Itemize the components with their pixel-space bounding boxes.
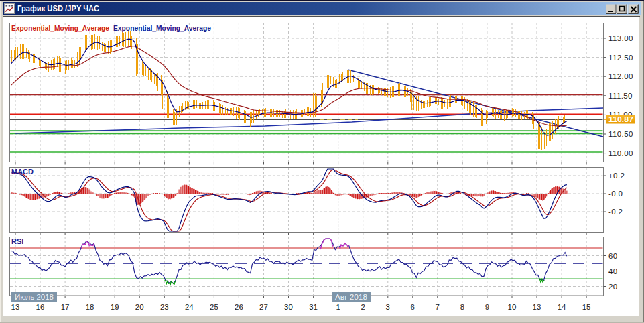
svg-text:15: 15 <box>582 303 591 311</box>
svg-text:16: 16 <box>36 303 45 311</box>
svg-text:6: 6 <box>411 303 415 311</box>
svg-text:3: 3 <box>386 303 390 311</box>
svg-text:14: 14 <box>558 303 566 311</box>
svg-text:26: 26 <box>235 303 243 311</box>
svg-text:-0.0: -0.0 <box>608 190 623 198</box>
svg-text:110.87: 110.87 <box>608 115 633 123</box>
svg-text:2: 2 <box>361 303 365 311</box>
svg-text:Exponential_Moving_Average: Exponential_Moving_Average <box>11 24 109 32</box>
svg-text:30: 30 <box>284 303 293 311</box>
svg-text:110.00: 110.00 <box>608 149 633 157</box>
svg-text:13: 13 <box>11 303 20 311</box>
svg-text:MACD: MACD <box>11 168 34 176</box>
svg-text:110.50: 110.50 <box>608 130 633 138</box>
svg-text:1: 1 <box>336 303 340 311</box>
svg-text:112.00: 112.00 <box>608 72 633 80</box>
svg-text:31: 31 <box>309 303 318 311</box>
svg-text:9: 9 <box>485 303 489 311</box>
svg-text:111.50: 111.50 <box>608 92 633 100</box>
svg-text:Авг 2018: Авг 2018 <box>335 293 367 301</box>
svg-text:20: 20 <box>135 303 144 311</box>
svg-text:24: 24 <box>185 303 194 311</box>
svg-text:Июль 2018: Июль 2018 <box>15 293 54 301</box>
svg-text:RSI: RSI <box>11 237 23 245</box>
svg-text:23: 23 <box>160 303 169 311</box>
svg-text:13: 13 <box>533 303 541 311</box>
svg-text:-0.2: -0.2 <box>608 208 623 216</box>
svg-text:8: 8 <box>460 303 464 311</box>
svg-text:7: 7 <box>436 303 440 311</box>
svg-text:Exponential_Moving_Average: Exponential_Moving_Average <box>113 24 211 32</box>
svg-text:10: 10 <box>508 303 517 311</box>
svg-text:18: 18 <box>86 303 94 311</box>
svg-text:25: 25 <box>210 303 218 311</box>
svg-text:40: 40 <box>608 267 618 275</box>
svg-text:112.50: 112.50 <box>608 54 633 62</box>
svg-text:+0.2: +0.2 <box>608 172 625 180</box>
svg-text:20: 20 <box>608 283 618 291</box>
svg-text:17: 17 <box>61 303 70 311</box>
svg-text:60: 60 <box>608 252 618 260</box>
svg-text:27: 27 <box>259 303 268 311</box>
svg-text:19: 19 <box>111 303 119 311</box>
svg-text:График USD /JPY ЧАС: График USD /JPY ЧАС <box>17 4 99 13</box>
svg-text:113.00: 113.00 <box>608 34 633 42</box>
